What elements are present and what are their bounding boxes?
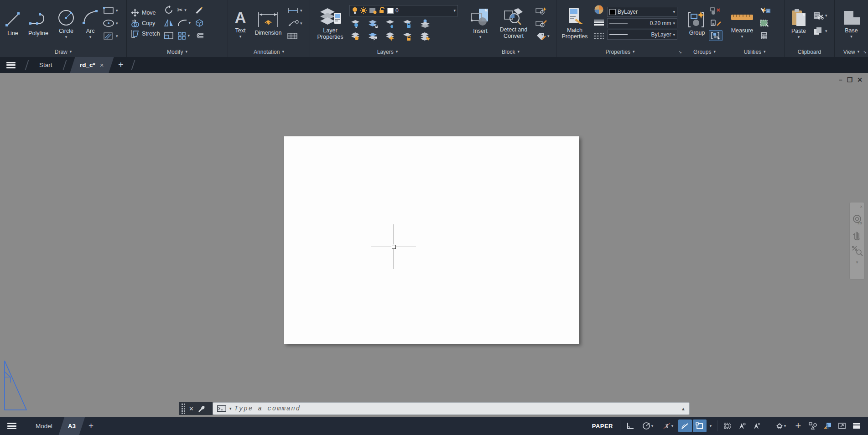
new-layout-button[interactable]: + xyxy=(85,417,97,435)
restore-icon[interactable]: ❐ xyxy=(847,76,853,83)
quick-properties-toggle[interactable] xyxy=(806,419,820,432)
navigation-bar[interactable]: × 2D ▾ xyxy=(849,202,865,280)
group-edit-button[interactable] xyxy=(709,18,722,29)
layer-properties-button[interactable]: Layer Properties xyxy=(312,1,348,45)
drag-grip-icon[interactable] xyxy=(182,404,185,414)
detect-convert-button[interactable]: Detect and Convert xyxy=(494,1,533,45)
selection-cycling-toggle[interactable] xyxy=(721,419,734,432)
arc-button[interactable]: Arc ▾ xyxy=(80,1,100,45)
layer-unlock-all-button[interactable] xyxy=(401,31,414,42)
linetype-select[interactable]: ByLayer ▾ xyxy=(607,30,677,40)
panel-label-modify[interactable]: Modify ▾ xyxy=(127,47,228,57)
command-input-wrap[interactable]: ▾ ▲ xyxy=(213,402,690,415)
copy-button[interactable]: Copy xyxy=(129,19,161,28)
paper-sheet[interactable] xyxy=(284,136,579,344)
linear-dimension-button[interactable]: ▾ xyxy=(286,5,303,16)
tab-drawing-active[interactable]: rd_c* × xyxy=(70,57,114,73)
pan-hand-icon[interactable] xyxy=(852,229,863,240)
isodraft-toggle[interactable] xyxy=(678,419,692,432)
define-attributes-button[interactable]: ▾ xyxy=(534,31,551,41)
stretch-button[interactable]: Stretch xyxy=(129,29,161,38)
base-button[interactable]: Base ▾ xyxy=(839,1,864,45)
layer-walk-button[interactable] xyxy=(419,31,431,42)
customization-menu-button[interactable] xyxy=(850,419,863,432)
wrench-icon[interactable] xyxy=(198,405,205,413)
object-color-icon[interactable] xyxy=(592,4,606,15)
quick-select-button[interactable] xyxy=(758,5,772,16)
new-drawing-button[interactable]: + xyxy=(114,57,128,73)
layer-off-button[interactable] xyxy=(349,18,362,29)
command-input[interactable] xyxy=(234,405,679,412)
command-close-icon[interactable]: ✕ xyxy=(189,405,194,412)
dimension-button[interactable]: Dimension xyxy=(252,1,285,45)
create-block-button[interactable] xyxy=(534,5,551,16)
chevron-down-icon[interactable]: ▾ xyxy=(229,407,232,411)
match-properties-button[interactable]: Match Properties xyxy=(559,1,591,45)
linetype-icon[interactable] xyxy=(592,31,606,42)
autoscale-toggle[interactable] xyxy=(750,419,764,432)
ortho-toggle[interactable] xyxy=(624,419,637,432)
move-button[interactable]: Move xyxy=(129,8,161,17)
tab-start[interactable]: Start xyxy=(32,57,60,73)
ellipse-button[interactable]: ▾ xyxy=(102,18,119,29)
ungroup-button[interactable] xyxy=(709,5,722,16)
text-button[interactable]: A Text ▾ xyxy=(230,1,250,45)
edit-block-button[interactable] xyxy=(534,18,551,29)
command-history-icon[interactable]: ▲ xyxy=(681,406,686,411)
view-dialog-launcher-icon[interactable]: ↘ xyxy=(863,50,867,54)
layout-tab-a3[interactable]: A3 xyxy=(58,417,85,435)
array-button[interactable]: ▾ xyxy=(177,30,192,41)
layer-match-button[interactable] xyxy=(367,31,379,42)
table-button[interactable] xyxy=(286,31,303,41)
properties-dialog-launcher-icon[interactable]: ↘ xyxy=(678,50,682,54)
object-snap-toggle[interactable] xyxy=(693,419,707,432)
circle-button[interactable]: Circle ▾ xyxy=(53,1,79,45)
annotation-visibility-toggle[interactable] xyxy=(735,419,749,432)
fillet-button[interactable]: ▾ xyxy=(177,17,192,28)
cut-button[interactable]: ▾ xyxy=(812,10,828,21)
panel-label-layers[interactable]: Layers ▾ xyxy=(310,47,465,57)
group-button[interactable]: Group xyxy=(686,1,707,45)
erase-button[interactable] xyxy=(193,5,205,16)
paper-space-toggle[interactable]: PAPER xyxy=(588,421,617,431)
navbar-close-icon[interactable]: × xyxy=(860,204,863,209)
settings-gear-button[interactable]: ▾ xyxy=(770,419,790,432)
rotate-button[interactable] xyxy=(163,5,175,16)
customization-plus-button[interactable]: + xyxy=(791,419,805,432)
panel-label-clipboard[interactable]: Clipboard xyxy=(785,47,834,57)
chevron-down-icon[interactable]: ▾ xyxy=(856,260,858,264)
line-button[interactable]: Line xyxy=(2,1,23,45)
graphics-performance-button[interactable] xyxy=(821,419,834,432)
layer-isolate-button[interactable] xyxy=(367,18,379,29)
leader-button[interactable]: ▾ xyxy=(286,18,303,29)
layer-freeze-button[interactable] xyxy=(384,18,397,29)
insert-button[interactable]: Insert ▾ xyxy=(468,1,493,45)
panel-label-view[interactable]: View ▾ ↘ xyxy=(835,47,868,57)
layer-lock-button[interactable] xyxy=(401,18,414,29)
close-tab-icon[interactable]: × xyxy=(99,61,104,69)
quick-calculator-button[interactable] xyxy=(758,30,772,41)
trim-button[interactable]: ✂▾ xyxy=(177,5,192,16)
panel-label-utilities[interactable]: Utilities ▾ xyxy=(725,47,784,57)
polar-tracking-toggle[interactable]: ▾ xyxy=(638,419,657,432)
lineweight-select[interactable]: 0.20 mm ▾ xyxy=(607,18,677,28)
file-tabs-menu-button[interactable] xyxy=(0,57,22,73)
zoom-extents-icon[interactable] xyxy=(851,245,863,256)
hatch-button[interactable]: ▾ xyxy=(102,31,119,41)
copy-clip-button[interactable]: ▾ xyxy=(812,26,828,36)
minimize-icon[interactable]: – xyxy=(839,76,842,83)
drawing-area[interactable]: – ❐ ✕ × 2D ▾ ✕ ▾ ▲ xyxy=(0,73,868,417)
make-current-button[interactable] xyxy=(419,18,431,29)
rectangle-button[interactable]: ▾ xyxy=(102,5,119,16)
panel-label-block[interactable]: Block ▾ xyxy=(465,47,556,57)
object-color-select[interactable]: ByLayer ▾ xyxy=(607,7,677,17)
scale-button[interactable] xyxy=(163,30,175,41)
navigation-wheel-icon[interactable]: 2D xyxy=(852,214,863,225)
paste-button[interactable]: Paste ▾ xyxy=(787,1,811,45)
panel-label-draw[interactable]: Draw ▾ xyxy=(0,47,126,57)
panel-label-properties[interactable]: Properties ▾ ↘ xyxy=(556,47,684,57)
layer-select[interactable]: 0 ▾ xyxy=(349,5,458,16)
explode-button[interactable] xyxy=(193,17,205,28)
object-snap-menu[interactable]: ▾ xyxy=(707,419,714,432)
osnap-tracking-toggle[interactable]: ▾ xyxy=(658,419,677,432)
